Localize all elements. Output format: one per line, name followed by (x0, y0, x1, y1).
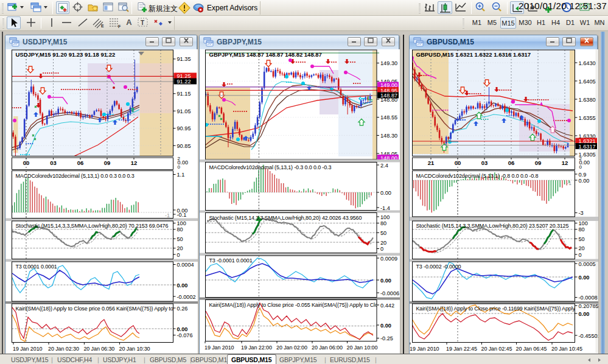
svg-text:0.00: 0.00 (380, 190, 391, 196)
svg-text:100: 100 (579, 220, 588, 226)
svg-text:T: T (141, 19, 144, 26)
svg-text:91.15: 91.15 (177, 91, 191, 97)
svg-text:91.05: 91.05 (177, 108, 191, 114)
svg-text:USDJPY,M15 91.20 91.23 91.18: USDJPY,M15 91.20 91.23 91.18 91.22 (16, 51, 116, 58)
svg-text:20 Jan 06:00: 20 Jan 06:00 (312, 345, 343, 351)
svg-text:20 Jan 02:45: 20 Jan 02:45 (481, 346, 512, 352)
svg-text:0.0005: 0.0005 (579, 261, 596, 267)
svg-text:21: 21 (428, 159, 435, 166)
svg-text:03: 03 (50, 159, 57, 166)
svg-text:-1: -1 (366, 192, 371, 198)
svg-text:19 Jan 2010: 19 Jan 2010 (204, 345, 234, 351)
svg-text:100: 100 (380, 214, 390, 220)
svg-text:F: F (118, 24, 121, 29)
svg-text:20: 20 (579, 245, 585, 251)
svg-text:0.442: 0.442 (380, 303, 394, 309)
svg-text:0.0009: 0.0009 (380, 256, 397, 262)
svg-text:90.85: 90.85 (177, 143, 191, 149)
svg-text:Kairi(SMA((18)) Apply to Close: Kairi(SMA((18)) Apply to Close price -0.… (416, 306, 579, 312)
svg-text:80: 80 (380, 220, 386, 226)
svg-text:0.00: 0.00 (579, 178, 590, 184)
svg-text:19 Jan 2010: 19 Jan 2010 (13, 346, 43, 352)
svg-text:90.95: 90.95 (177, 125, 191, 131)
svg-text:06: 06 (77, 159, 84, 166)
svg-text:T3 0.0001 0.0001: T3 0.0001 0.0001 (16, 264, 57, 270)
svg-text:-0.076: -0.076 (177, 332, 193, 338)
svg-text:-0.0008: -0.0008 (579, 295, 598, 301)
svg-text:1.6430: 1.6430 (579, 60, 596, 66)
svg-text:2.4: 2.4 (380, 163, 388, 169)
svg-text:0: 0 (380, 246, 383, 252)
svg-text:Stochastic (M15,14,3,3,SMMA,Lo: Stochastic (M15,14,3,3,SMMA,Low/High,80,… (209, 215, 362, 221)
svg-text:0.00: 0.00 (579, 311, 590, 317)
svg-text:0.00: 0.00 (380, 323, 391, 329)
svg-text:20 Jan 06:45: 20 Jan 06:45 (516, 346, 547, 352)
svg-text:E: E (101, 24, 104, 28)
svg-text:-0.1: -0.1 (177, 212, 187, 218)
svg-text:20 Jan 06:30: 20 Jan 06:30 (83, 346, 114, 352)
svg-text:0.20785: 0.20785 (579, 303, 599, 309)
svg-text:Kairi(SMA((18)) Apply to Close: Kairi(SMA((18)) Apply to Close price -0.… (209, 302, 381, 308)
svg-text:1.6317: 1.6317 (579, 144, 596, 150)
svg-text:-1: -1 (567, 180, 571, 186)
svg-text:50: 50 (380, 230, 386, 236)
svg-text:T3 -0.0002 -0.0000: T3 -0.0002 -0.0000 (416, 264, 461, 270)
svg-text:0.00: 0.00 (177, 326, 188, 332)
svg-text:09: 09 (104, 159, 111, 166)
svg-text:Stochastic (M15,14,3,3,SMMA,Lo: Stochastic (M15,14,3,3,SMMA,Low/High,80,… (416, 223, 569, 229)
svg-text:03: 03 (481, 159, 488, 166)
svg-text:20 Jan 02:30: 20 Jan 02:30 (48, 346, 79, 352)
svg-text:0.00: 0.00 (579, 275, 590, 281)
svg-text:19 Jan 22:45: 19 Jan 22:45 (446, 346, 477, 352)
svg-text:00: 00 (455, 159, 461, 166)
svg-text:0.9: 0.9 (579, 172, 587, 178)
svg-text:148.55: 148.55 (380, 114, 397, 121)
svg-text:149.30: 149.30 (380, 60, 397, 66)
svg-text:20 Jan 10:30: 20 Jan 10:30 (119, 346, 150, 352)
svg-text:12: 12 (131, 159, 138, 166)
svg-text:-0.45501: -0.45501 (579, 333, 599, 339)
svg-text:80: 80 (177, 226, 183, 233)
svg-text:20 Jan 10:00: 20 Jan 10:00 (347, 345, 378, 351)
svg-text:MACDColoredv102decimal (5,13,1: MACDColoredv102decimal (5,13,1) 0.0 0.3 … (16, 173, 135, 179)
svg-text:0: 0 (177, 252, 180, 258)
svg-text:20: 20 (380, 240, 386, 246)
svg-text:-0.0006: -0.0006 (380, 290, 399, 296)
svg-text:-1: -1 (165, 212, 170, 219)
svg-text:-0.0002: -0.0002 (177, 294, 196, 300)
svg-text:0.26: 0.26 (177, 306, 188, 312)
svg-text:0: 0 (178, 164, 181, 170)
svg-text:GBPJPY,M15 148.87 148.87 148.: GBPJPY,M15 148.87 148.87 148.82 148.87 (209, 51, 322, 58)
svg-text:100: 100 (177, 220, 186, 226)
svg-text:-3: -3 (579, 210, 584, 216)
svg-text:19 Jan 2010: 19 Jan 2010 (410, 346, 439, 352)
svg-text:-1.4: -1.4 (380, 205, 390, 211)
svg-text:0: 0 (579, 164, 582, 170)
svg-text:50: 50 (579, 236, 585, 242)
svg-text:MACDColoredv102decimal (5,13,1: MACDColoredv102decimal (5,13,1) -0.8 0.0… (416, 173, 539, 179)
svg-text:20 Jan 02:00: 20 Jan 02:00 (276, 345, 307, 351)
svg-text:06: 06 (508, 159, 515, 166)
svg-text:Kairi(SMA((18)) Apply to Close: Kairi(SMA((18)) Apply to Close price 0.0… (16, 306, 173, 312)
svg-text:Stochastic (M15,14,3,3,SMMA,Lo: Stochastic (M15,14,3,3,SMMA,Low/High,80,… (16, 223, 169, 229)
svg-text:00: 00 (23, 159, 30, 166)
svg-text:T3 -0.0001 0.0001: T3 -0.0001 0.0001 (209, 257, 253, 264)
svg-text:91.35: 91.35 (177, 56, 191, 62)
svg-text:148.87: 148.87 (380, 93, 397, 99)
svg-text:0.00: 0.00 (380, 278, 391, 284)
svg-text:19 Jan 22:00: 19 Jan 22:00 (241, 345, 272, 351)
svg-text:148.30: 148.30 (380, 133, 397, 139)
svg-text:1.6355: 1.6355 (579, 115, 596, 121)
svg-text:20 Jan 10:45: 20 Jan 10:45 (551, 346, 582, 352)
svg-text:1.6405: 1.6405 (579, 79, 596, 85)
svg-text:50: 50 (177, 236, 183, 242)
svg-text:0.0004: 0.0004 (177, 262, 194, 268)
svg-text:GBPUSD,M15 1.6321 1.6322 1.63: GBPUSD,M15 1.6321 1.6322 1.6316 1.6317 (416, 51, 531, 58)
svg-text:MACDColoredv102decimal (5,13,1: MACDColoredv102decimal (5,13,1) -0.3 0.0… (209, 164, 332, 170)
svg-text:0: 0 (579, 252, 582, 258)
svg-text:1.1: 1.1 (177, 172, 185, 178)
svg-text:0.00: 0.00 (177, 282, 188, 289)
svg-text:91.22: 91.22 (177, 79, 191, 85)
svg-text:20: 20 (177, 245, 183, 251)
svg-text:80: 80 (579, 226, 585, 233)
